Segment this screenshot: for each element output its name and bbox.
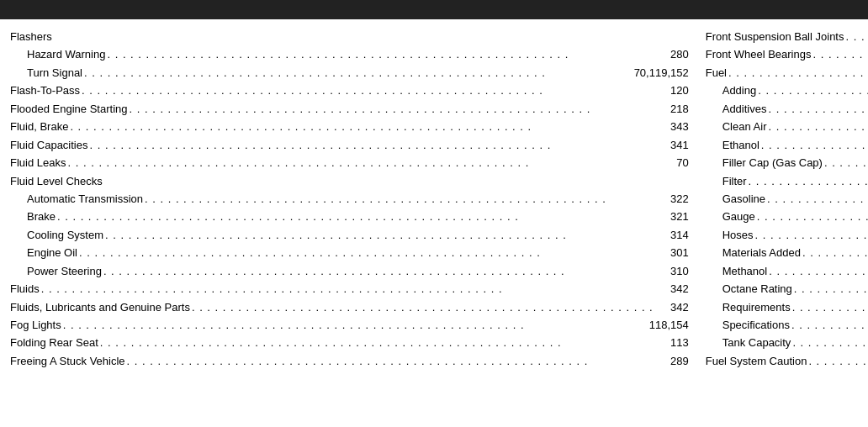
entry-dots: . . . . . . . . . . . . . . . . . . . . …	[129, 100, 653, 118]
entry-label: Cooling System	[27, 226, 103, 244]
entry-label: Filler Cap (Gas Cap)	[722, 154, 823, 171]
entry-label: Tank Capacity	[722, 334, 791, 351]
entry-label: Fluid Capacities	[10, 136, 88, 154]
entry-dots: . . . . . . . . . . . . . . . . . . . . …	[57, 208, 654, 225]
entry-label: Fluids	[10, 280, 40, 298]
entry-label: Octane Rating	[722, 280, 792, 298]
index-entry: Fluid Capacities . . . . . . . . . . . .…	[10, 136, 689, 154]
entry-label: Fog Lights	[10, 316, 61, 334]
entry-dots: . . . . . . . . . . . . . . . . . . . . …	[768, 118, 868, 135]
entry-label: Power Steering	[27, 262, 102, 280]
index-entry: Methanol . . . . . . . . . . . . . . . .…	[706, 262, 868, 280]
entry-page: 280	[655, 45, 689, 63]
entry-label: Fluid, Brake	[10, 118, 68, 135]
entry-label: Fluid Leaks	[10, 154, 66, 171]
entry-label: Flashers	[10, 28, 52, 45]
entry-dots: . . . . . . . . . . . . . . . . . . . . …	[812, 45, 868, 63]
entry-dots: . . . . . . . . . . . . . . . . . . . . …	[70, 118, 653, 135]
index-entry: Hoses . . . . . . . . . . . . . . . . . …	[706, 226, 868, 244]
index-entry: Octane Rating . . . . . . . . . . . . . …	[706, 280, 868, 298]
entry-label: Freeing A Stuck Vehicle	[10, 352, 125, 370]
right-column: Front Suspension Ball Joints . . . . . .…	[706, 28, 868, 370]
left-column: FlashersHazard Warning . . . . . . . . .…	[10, 28, 706, 370]
entry-page: 322	[655, 190, 689, 208]
index-entry: Fluids . . . . . . . . . . . . . . . . .…	[10, 280, 689, 298]
entry-page: 343	[655, 118, 689, 135]
entry-dots: . . . . . . . . . . . . . . . . . . . . …	[794, 280, 868, 298]
index-entry: Specifications . . . . . . . . . . . . .…	[706, 316, 868, 334]
index-entry: Front Wheel Bearings . . . . . . . . . .…	[706, 45, 868, 63]
entry-page: 341	[655, 136, 689, 154]
entry-dots: . . . . . . . . . . . . . . . . . . . . …	[758, 82, 868, 99]
index-entry: Front Suspension Ball Joints . . . . . .…	[706, 28, 868, 45]
entry-page: 289	[655, 352, 689, 370]
index-entry: Brake . . . . . . . . . . . . . . . . . …	[10, 208, 689, 225]
index-entry: Flashers	[10, 28, 689, 45]
entry-dots: . . . . . . . . . . . . . . . . . . . . …	[791, 316, 868, 334]
entry-dots: . . . . . . . . . . . . . . . . . . . . …	[107, 45, 653, 63]
entry-label: Front Suspension Ball Joints	[706, 28, 844, 45]
index-entry: Fuel System Caution . . . . . . . . . . …	[706, 352, 868, 370]
index-entry: Automatic Transmission . . . . . . . . .…	[10, 190, 689, 208]
index-entry: Fluid Level Checks	[10, 172, 689, 190]
index-entry: Filter . . . . . . . . . . . . . . . . .…	[706, 172, 868, 190]
entry-dots: . . . . . . . . . . . . . . . . . . . . …	[90, 136, 654, 154]
entry-label: Flooded Engine Starting	[10, 100, 127, 118]
entry-label: Hazard Warning	[27, 45, 105, 63]
entry-page: 70	[655, 154, 689, 171]
entry-page: 342	[655, 280, 689, 298]
entry-label: Materials Added	[722, 244, 801, 261]
entry-dots: . . . . . . . . . . . . . . . . . . . . …	[79, 244, 654, 261]
page-header	[0, 0, 868, 19]
entry-label: Folding Rear Seat	[10, 334, 98, 351]
entry-label: Fuel System Caution	[706, 352, 807, 370]
index-entry: Tank Capacity . . . . . . . . . . . . . …	[706, 334, 868, 351]
entry-dots: . . . . . . . . . . . . . . . . . . . . …	[67, 154, 653, 171]
entry-page: 321	[655, 208, 689, 225]
entry-dots: . . . . . . . . . . . . . . . . . . . . …	[767, 190, 868, 208]
entry-label: Flash-To-Pass	[10, 82, 80, 99]
entry-page: 120	[655, 82, 689, 99]
entry-label: Additives	[722, 100, 767, 118]
entry-label: Filter	[722, 172, 747, 190]
entry-label: Hoses	[722, 226, 754, 244]
entry-dots: . . . . . . . . . . . . . . . . . . . . …	[127, 352, 654, 370]
entry-page: 342	[655, 298, 689, 316]
entry-label: Gauge	[722, 208, 755, 225]
index-entry: Flash-To-Pass . . . . . . . . . . . . . …	[10, 82, 689, 99]
entry-label: Ethanol	[722, 136, 760, 154]
entry-label: Adding	[722, 82, 756, 99]
index-content: FlashersHazard Warning . . . . . . . . .…	[0, 19, 868, 378]
index-entry: Ethanol . . . . . . . . . . . . . . . . …	[706, 136, 868, 154]
entry-page: 118,154	[649, 316, 689, 334]
entry-dots: . . . . . . . . . . . . . . . . . . . . …	[761, 136, 868, 154]
entry-dots: . . . . . . . . . . . . . . . . . . . . …	[84, 64, 632, 82]
index-entry: Gasoline . . . . . . . . . . . . . . . .…	[706, 190, 868, 208]
index-entry: Cooling System . . . . . . . . . . . . .…	[10, 226, 689, 244]
index-entry: Additives . . . . . . . . . . . . . . . …	[706, 100, 868, 118]
entry-dots: . . . . . . . . . . . . . . . . . . . . …	[82, 82, 654, 99]
index-entry: Adding . . . . . . . . . . . . . . . . .…	[706, 82, 868, 99]
entry-label: Clean Air	[722, 118, 767, 135]
entry-label: Brake	[27, 208, 56, 225]
entry-label: Engine Oil	[27, 244, 77, 261]
index-entry: Materials Added . . . . . . . . . . . . …	[706, 244, 868, 261]
index-entry: Fog Lights . . . . . . . . . . . . . . .…	[10, 316, 689, 334]
index-entry: Requirements . . . . . . . . . . . . . .…	[706, 298, 868, 316]
index-entry: Fluids, Lubricants and Genuine Parts . .…	[10, 298, 689, 316]
index-entry: Flooded Engine Starting . . . . . . . . …	[10, 100, 689, 118]
entry-page: 218	[655, 100, 689, 118]
entry-label: Methanol	[722, 262, 767, 280]
index-entry: Engine Oil . . . . . . . . . . . . . . .…	[10, 244, 689, 261]
entry-label: Front Wheel Bearings	[706, 45, 812, 63]
entry-dots: . . . . . . . . . . . . . . . . . . . . …	[145, 190, 654, 208]
entry-dots: . . . . . . . . . . . . . . . . . . . . …	[100, 334, 654, 351]
entry-page: 314	[655, 226, 689, 244]
entry-label: Automatic Transmission	[27, 190, 143, 208]
entry-label: Gasoline	[722, 190, 765, 208]
index-entry: Fluid, Brake . . . . . . . . . . . . . .…	[10, 118, 689, 135]
entry-dots: . . . . . . . . . . . . . . . . . . . . …	[728, 64, 868, 82]
entry-page: 113	[655, 334, 689, 351]
entry-dots: . . . . . . . . . . . . . . . . . . . . …	[768, 100, 868, 118]
entry-dots: . . . . . . . . . . . . . . . . . . . . …	[769, 262, 868, 280]
